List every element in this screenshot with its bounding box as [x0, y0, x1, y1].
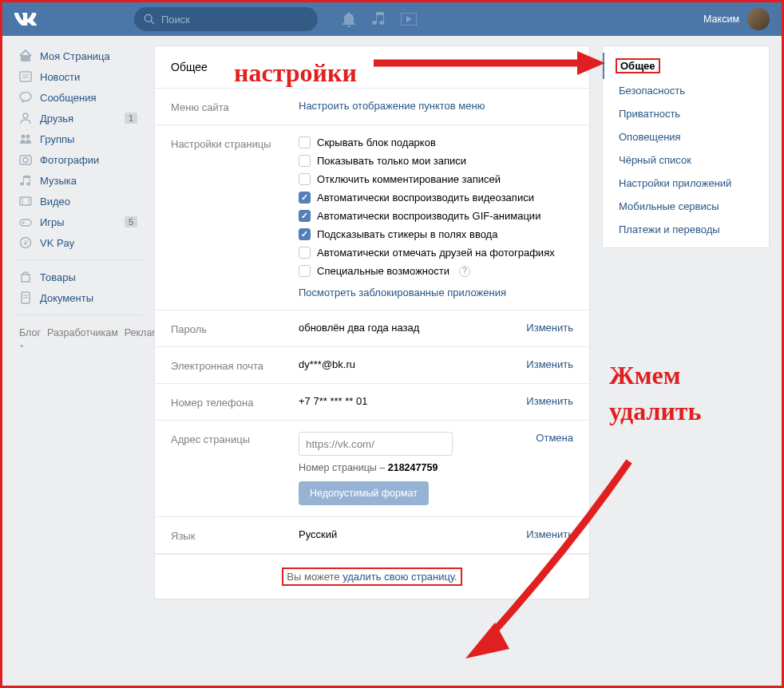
user-name: Максим [703, 14, 739, 25]
music-icon [19, 174, 32, 187]
checkbox-label: Автоматически воспроизводить видеозаписи [317, 192, 534, 204]
page-settings-label: Настройки страницы [171, 136, 299, 150]
password-value: обновлён два года назад [299, 322, 419, 334]
nav-label: Моя Страница [40, 50, 110, 62]
nav-msg[interactable]: Сообщения [14, 87, 142, 108]
checkbox[interactable] [299, 228, 311, 240]
left-sidebar: Моя СтраницаНовостиСообщенияДрузья1Групп… [14, 45, 142, 599]
lang-change-link[interactable]: Изменить [514, 528, 573, 540]
vk-logo[interactable] [14, 7, 38, 31]
rnav-6[interactable]: Мобильные сервисы [603, 195, 769, 218]
nav-label: Товары [40, 271, 76, 283]
news-icon [19, 70, 32, 83]
pay-icon: ₽ [19, 236, 32, 249]
nav-news[interactable]: Новости [14, 66, 142, 87]
svg-point-0 [145, 14, 152, 22]
checkbox-row[interactable]: Отключить комментирование записей [299, 173, 573, 185]
email-label: Электронная почта [171, 358, 299, 372]
checkbox[interactable] [299, 210, 311, 222]
rnav-0[interactable]: Общее [603, 53, 769, 79]
delete-page-row: Вы можете удалить свою страницу. [155, 554, 589, 599]
music-icon[interactable] [372, 12, 385, 26]
nav-market[interactable]: Товары [14, 267, 142, 287]
menu-label: Меню сайта [171, 100, 299, 113]
checkbox-row[interactable]: Автоматически воспроизводить GIF-анимаци… [299, 210, 573, 222]
nav-label: Игры [40, 216, 65, 228]
nav-pay[interactable]: ₽VK Pay [14, 232, 142, 253]
settings-panel: Общее Меню сайта Настроить отображение п… [154, 45, 590, 599]
svg-point-8 [23, 113, 28, 118]
search-icon [144, 14, 155, 25]
header-icons [342, 11, 417, 27]
docs-icon [19, 291, 32, 304]
footer-link[interactable]: Разработчикам [47, 327, 118, 338]
password-change-link[interactable]: Изменить [514, 322, 573, 334]
address-cancel-link[interactable]: Отмена [524, 432, 573, 444]
phone-label: Номер телефона [171, 395, 299, 409]
checkbox[interactable] [299, 173, 311, 185]
delete-page-link[interactable]: удалить свою страницу [343, 571, 454, 583]
svg-rect-3 [21, 55, 30, 61]
nav-label: Видео [40, 196, 70, 208]
checkbox[interactable] [299, 136, 311, 148]
checkbox[interactable] [299, 192, 311, 204]
svg-text:₽: ₽ [24, 239, 28, 247]
svg-point-12 [23, 158, 28, 163]
nav-home[interactable]: Моя Страница [14, 45, 142, 66]
email-value: dy***@bk.ru [299, 358, 355, 370]
rnav-3[interactable]: Оповещения [603, 125, 769, 148]
svg-rect-4 [20, 72, 31, 81]
games-icon [19, 215, 32, 228]
play-icon[interactable] [401, 13, 417, 26]
checkbox-row[interactable]: Подсказывать стикеры в полях ввода [299, 228, 573, 240]
checkbox-row[interactable]: Автоматически воспроизводить видеозаписи [299, 192, 573, 204]
bell-icon[interactable] [342, 11, 356, 27]
nav-footer: БлогРазработчикамРекламаЕщё ˅ [14, 322, 142, 362]
checkbox-label: Автоматически воспроизводить GIF-анимаци… [317, 210, 540, 222]
nav-friends[interactable]: Друзья1 [14, 108, 142, 129]
right-sidebar: ОбщееБезопасностьПриватностьОповещенияЧё… [602, 45, 770, 599]
help-icon[interactable]: ? [459, 266, 470, 277]
menu-config-link[interactable]: Настроить отображение пунктов меню [299, 100, 485, 112]
nav-games[interactable]: Игры5 [14, 212, 142, 232]
nav-label: Фотографии [40, 154, 99, 166]
nav-photo[interactable]: Фотографии [14, 149, 142, 170]
footer-link[interactable]: Блог [19, 327, 41, 338]
phone-change-link[interactable]: Изменить [514, 395, 573, 407]
nav-label: Документы [40, 292, 93, 304]
video-icon [19, 195, 32, 208]
rnav-4[interactable]: Чёрный список [603, 148, 769, 172]
rnav-5[interactable]: Настройки приложений [603, 172, 769, 195]
search-input[interactable]: Поиск [134, 7, 318, 31]
email-change-link[interactable]: Изменить [514, 358, 573, 370]
phone-value: +7 7** *** ** 01 [299, 395, 367, 407]
lang-label: Язык [171, 528, 299, 542]
page-url-input[interactable] [299, 432, 453, 456]
checkbox[interactable] [299, 265, 311, 277]
checkbox-row[interactable]: Показывать только мои записи [299, 155, 573, 167]
user-menu[interactable]: Максим [703, 8, 770, 30]
rnav-1[interactable]: Безопасность [603, 79, 769, 102]
nav-music[interactable]: Музыка [14, 170, 142, 191]
avatar [747, 8, 770, 30]
checkbox-label: Автоматически отмечать друзей на фотогра… [317, 247, 555, 259]
checkbox-row[interactable]: Автоматически отмечать друзей на фотогра… [299, 247, 573, 259]
friends-icon [19, 112, 32, 125]
home-icon [19, 49, 32, 62]
checkbox-row[interactable]: Скрывать блок подарков [299, 136, 573, 148]
checkbox-label: Подсказывать стикеры в полях ввода [317, 228, 497, 240]
nav-docs[interactable]: Документы [14, 287, 142, 308]
checkbox[interactable] [299, 247, 311, 259]
nav-badge: 5 [125, 216, 137, 227]
checkbox-row[interactable]: Специальные возможности? [299, 265, 573, 277]
rnav-2[interactable]: Приватность [603, 102, 769, 125]
checkbox[interactable] [299, 155, 311, 167]
rnav-7[interactable]: Платежи и переводы [603, 218, 769, 241]
page-number: Номер страницы – 218247759 [299, 462, 524, 473]
photo-icon [19, 153, 32, 166]
nav-video[interactable]: Видео [14, 191, 142, 212]
blocked-apps-link[interactable]: Посмотреть заблокированные приложения [299, 287, 506, 299]
nav-badge: 1 [125, 113, 137, 124]
search-placeholder: Поиск [161, 14, 190, 26]
nav-groups[interactable]: Группы [14, 129, 142, 149]
